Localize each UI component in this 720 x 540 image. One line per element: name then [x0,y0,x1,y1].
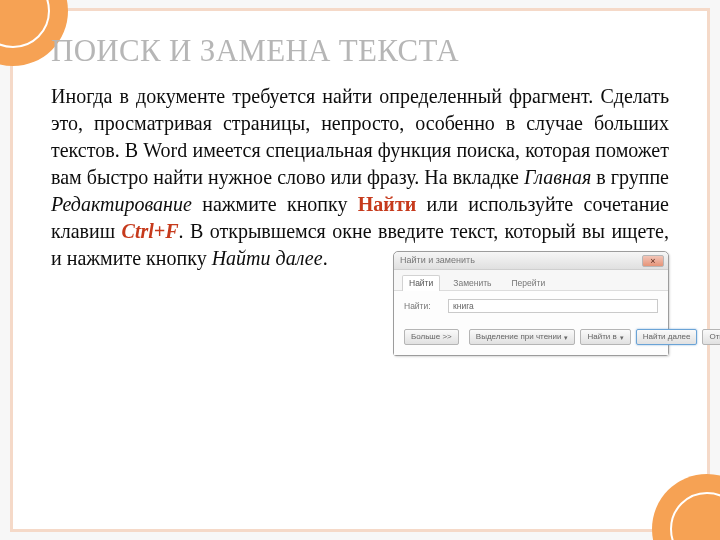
page-title: ПОИСК И ЗАМЕНА ТЕКСТА [51,33,669,69]
more-button[interactable]: Больше >> [404,329,459,345]
find-label: Найти: [404,301,440,312]
chevron-down-icon: ▾ [620,333,624,342]
dialog-title: Найти и заменить [400,254,475,266]
close-button[interactable]: × [642,255,664,267]
body-text: Иногда в документе требуется найти опред… [51,83,669,272]
tab-replace[interactable]: Заменить [446,275,498,291]
find-in-button[interactable]: Найти в▾ [580,329,630,345]
find-replace-dialog: Найти и заменить × Найти Заменить Перейт… [393,251,669,356]
cancel-button[interactable]: Отмена [702,329,720,345]
tab-goto[interactable]: Перейти [504,275,552,291]
chevron-down-icon: ▾ [564,333,568,342]
reading-highlight-button[interactable]: Выделение при чтении▾ [469,329,576,345]
find-input[interactable] [448,299,658,313]
find-next-button[interactable]: Найти далее [636,329,698,345]
tab-find[interactable]: Найти [402,275,440,291]
decoration-corner-bottom-right [652,474,720,540]
